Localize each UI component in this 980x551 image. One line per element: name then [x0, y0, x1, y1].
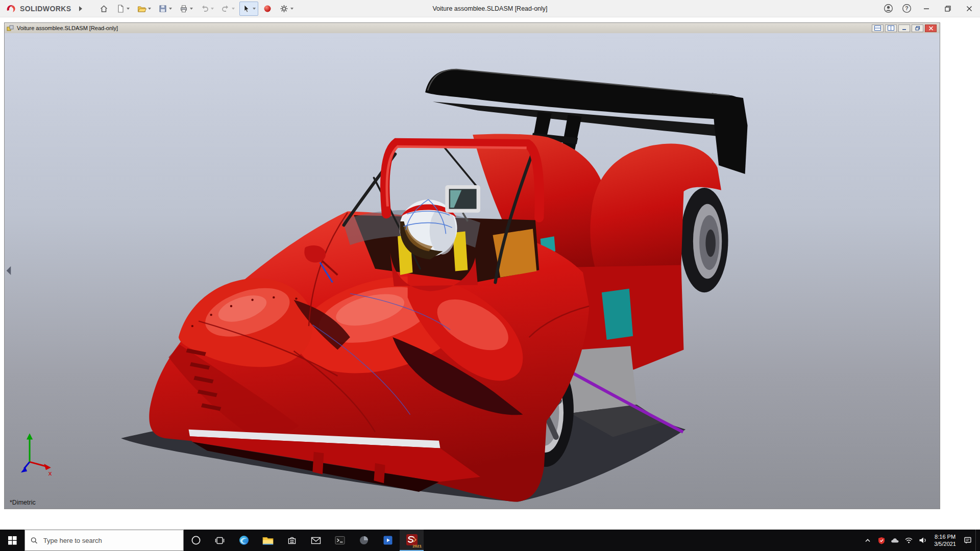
cortana-button[interactable] — [184, 530, 208, 551]
help-icon: ? — [902, 4, 912, 13]
tray-cloud[interactable] — [889, 537, 901, 543]
split-view-horizontal-button[interactable] — [872, 24, 884, 32]
search-input[interactable] — [42, 536, 178, 545]
shield-icon — [878, 537, 885, 544]
solidworks-logo: SOLIDWORKS — [0, 4, 74, 14]
graphics-area[interactable]: x *Dimetric — [5, 33, 940, 509]
rear-right-wheel — [680, 188, 728, 292]
dropdown-caret[interactable] — [127, 8, 130, 10]
restore-icon — [945, 6, 951, 12]
tray-volume[interactable] — [917, 537, 928, 544]
undo-button[interactable] — [198, 2, 216, 16]
doc-close-button[interactable] — [925, 24, 937, 32]
menu-flyout-arrow[interactable] — [78, 6, 83, 12]
split-view-vertical-icon — [888, 26, 894, 31]
side-window — [602, 289, 633, 340]
wifi-icon — [904, 537, 913, 544]
open-folder-icon — [137, 4, 146, 13]
doc-close-icon — [928, 26, 934, 31]
select-tool-button[interactable] — [239, 2, 258, 16]
task-view-button[interactable] — [208, 530, 232, 551]
taskbar-search[interactable] — [24, 530, 184, 551]
store-icon — [287, 535, 297, 545]
search-icon — [31, 537, 38, 544]
edge-icon — [238, 535, 250, 546]
start-button[interactable] — [0, 530, 24, 551]
split-view-horizontal-icon — [874, 26, 881, 31]
taskbar-store[interactable] — [280, 530, 304, 551]
clock-time: 8:16 PM — [934, 533, 956, 540]
save-button[interactable] — [156, 2, 175, 16]
minimize-button[interactable] — [916, 0, 937, 17]
options-gear-icon — [279, 4, 289, 13]
tray-antivirus[interactable] — [875, 537, 887, 544]
document-titlebar[interactable]: Voiture assomblee.SLDASM [Read-only] — [5, 23, 940, 33]
car-model: x — [5, 33, 940, 509]
chevron-up-icon — [864, 537, 871, 543]
solidworks-version-badge: 2021 — [412, 544, 422, 548]
dropdown-caret[interactable] — [190, 8, 193, 10]
hidden-icons-button[interactable] — [862, 537, 873, 543]
dassault-systemes-logo-icon — [5, 4, 17, 14]
panel-collapse-arrow[interactable] — [7, 266, 11, 275]
dropdown-caret[interactable] — [290, 8, 293, 10]
doc-minimize-icon — [902, 26, 907, 31]
titlebar-right-controls: ? — [879, 0, 980, 17]
taskbar-app-media[interactable] — [376, 530, 400, 551]
dropdown-caret[interactable] — [148, 8, 151, 10]
dropdown-caret[interactable] — [169, 8, 172, 10]
doc-restore-button[interactable] — [912, 24, 923, 32]
taskbar-mail[interactable] — [304, 530, 328, 551]
open-button[interactable] — [134, 2, 154, 16]
media-app-icon — [383, 535, 393, 545]
system-tray: 8:16 PM 3/5/2021 — [862, 530, 980, 551]
taskbar-file-explorer[interactable] — [256, 530, 280, 551]
tray-network[interactable] — [903, 537, 915, 544]
clock-date: 3/5/2021 — [934, 540, 956, 547]
undo-icon — [200, 4, 209, 13]
volume-icon — [919, 537, 927, 544]
taskbar-app-gray[interactable] — [352, 530, 376, 551]
assembly-document-icon — [7, 24, 14, 32]
account-button[interactable] — [879, 0, 897, 17]
document-window: Voiture assomblee.SLDASM [Read-only] — [4, 22, 940, 509]
triad-x-label: x — [48, 469, 52, 477]
minimize-icon — [923, 6, 929, 12]
taskbar-solidworks[interactable]: 2021 — [400, 530, 424, 551]
show-desktop-button[interactable] — [975, 530, 979, 551]
document-title: Voiture assomblee.SLDASM [Read-only] — [17, 25, 118, 31]
doc-restore-icon — [915, 26, 920, 31]
dropdown-caret[interactable] — [253, 8, 256, 10]
close-button[interactable] — [959, 0, 980, 17]
cortana-icon — [191, 535, 201, 545]
restore-button[interactable] — [937, 0, 959, 17]
dropdown-caret[interactable] — [211, 8, 214, 10]
taskbar-terminal[interactable] — [328, 530, 352, 551]
select-cursor-icon — [242, 4, 251, 13]
mail-icon — [311, 536, 321, 545]
document-window-controls — [872, 24, 938, 32]
taskbar-edge[interactable] — [232, 530, 256, 551]
task-view-icon — [215, 536, 225, 545]
print-button[interactable] — [177, 2, 195, 16]
file-explorer-icon — [262, 535, 274, 545]
doc-minimize-button[interactable] — [898, 24, 910, 32]
dropdown-caret[interactable] — [232, 8, 235, 10]
solidworks-application: SOLIDWORKS — [0, 0, 980, 551]
appearance-sphere-icon — [263, 4, 272, 13]
gray-app-icon — [359, 535, 369, 545]
home-button[interactable] — [96, 2, 111, 16]
redo-icon — [221, 4, 230, 13]
terminal-icon — [335, 536, 345, 545]
help-button[interactable]: ? — [897, 0, 916, 17]
new-document-icon — [116, 4, 125, 13]
appearance-button[interactable] — [260, 2, 275, 16]
brand-wordmark: SOLIDWORKS — [20, 5, 71, 13]
action-center-button[interactable] — [962, 536, 973, 544]
new-document-button[interactable] — [113, 2, 132, 16]
split-view-vertical-button[interactable] — [885, 24, 897, 32]
options-button[interactable] — [277, 2, 296, 16]
redo-button[interactable] — [218, 2, 237, 16]
cloud-icon — [891, 537, 899, 543]
taskbar-clock[interactable]: 8:16 PM 3/5/2021 — [930, 533, 960, 548]
